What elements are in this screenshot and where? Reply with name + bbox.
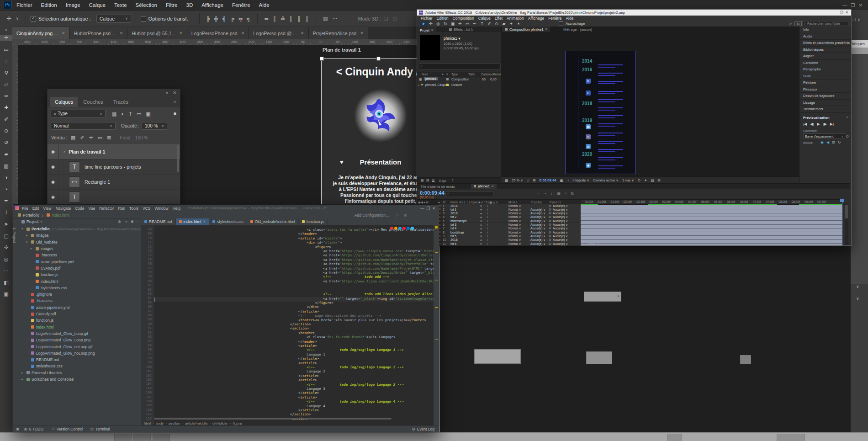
tree-row[interactable]: LogoAnimated_Glow_noLoop.png — [19, 350, 141, 356]
loop-icon[interactable]: ↻ — [838, 140, 841, 144]
render-queue-tab[interactable]: File d'attente de rendu — [421, 185, 455, 189]
new-composition-icon[interactable]: ⬓ — [432, 179, 435, 182]
track-matte-select[interactable]: Aucun(e) ∨ — [530, 212, 545, 215]
minimize-icon[interactable]: — — [420, 206, 424, 211]
locate-icon[interactable]: ⊕ — [117, 219, 121, 224]
parent-select[interactable]: Aucun(e) ∨ — [553, 238, 568, 242]
shape-tool-icon[interactable]: ▢ — [0, 233, 12, 239]
lock-transparency-icon[interactable]: ▦ — [71, 135, 75, 141]
zoom-in-icon[interactable]: ▲ — [597, 242, 600, 245]
collapse-toolbar-icon[interactable]: » — [0, 27, 12, 32]
track-matte-select[interactable]: Aucun(e) ∨ — [530, 219, 545, 223]
dock-panel-peinture[interactable]: Peinture — [799, 80, 851, 86]
parent-select[interactable]: Aucun(e) ∨ — [553, 234, 568, 238]
snapshot-icon[interactable]: ▣ — [560, 178, 563, 182]
delete-icon[interactable]: ▯ — [452, 179, 454, 182]
timeline-icon[interactable]: ▤ — [651, 178, 654, 182]
layers-panel-tab-tracés[interactable]: Tracés — [109, 97, 133, 107]
distribute-icon-0[interactable]: ═ — [265, 16, 268, 21]
more-options-icon[interactable]: ⋯ — [333, 16, 338, 21]
chevron-down-icon[interactable]: ▾ — [40, 220, 42, 223]
mask-icon[interactable]: ⊞ — [533, 178, 536, 182]
align-icon-0[interactable]: ╠ — [206, 16, 210, 21]
ae-menu-composition[interactable]: Composition — [453, 16, 474, 21]
filter-shape-icon[interactable]: ▭ — [137, 111, 141, 117]
gradient-tool-icon[interactable]: ▥ — [0, 163, 12, 169]
help-search-input[interactable]: ⌕Rechercher dans l'aide — [802, 21, 848, 26]
hide-shy-layers-icon[interactable]: ♁ — [550, 191, 553, 196]
zoom-tool-icon[interactable]: ◎ — [0, 256, 12, 262]
grid-icon[interactable]: ▱ — [527, 178, 529, 182]
event-log-button[interactable]: ⊙Event Log — [412, 427, 434, 431]
edge-icon[interactable] — [407, 227, 410, 230]
interpret-footage-icon[interactable]: ▦ — [421, 179, 424, 182]
tree-row[interactable]: ▸images — [19, 232, 141, 239]
audio-include-icon[interactable]: ◀ — [826, 140, 829, 144]
selection-handle[interactable] — [320, 57, 324, 61]
ae-menu-fenêtre[interactable]: Fenêtre — [548, 16, 561, 21]
ellipsis-icon[interactable]: ⋯ — [0, 268, 12, 274]
dock-panel-audio[interactable]: Audio — [799, 33, 851, 40]
clone-stamp-tool-icon[interactable]: ⊙ — [0, 128, 12, 134]
parent-select[interactable]: Aucun(e) ∨ — [553, 231, 568, 234]
column-mode[interactable]: Mode — [508, 201, 518, 204]
pixel-aspect-icon[interactable]: ⊙ — [638, 178, 640, 182]
panel-menu-icon[interactable]: ≡ — [545, 27, 548, 32]
visibility-eye-icon[interactable]: ◉ — [48, 189, 59, 204]
current-time-indicator[interactable] — [842, 199, 842, 245]
tree-row[interactable]: ▾Portefolio C:\Users\andyq\OneDrive - If… — [19, 226, 141, 232]
menu-sélection[interactable]: Sélection — [136, 2, 157, 8]
horizontal-scrollbar[interactable] — [154, 418, 392, 420]
visibility-eye-icon[interactable]: ◉ — [48, 174, 59, 189]
metrage-tab[interactable]: Métrage : (aucun) — [563, 27, 592, 32]
parent-select[interactable]: Aucun(e) ∨ — [553, 204, 568, 208]
frame-blending-icon[interactable]: ▦ — [557, 191, 561, 196]
reset-icon[interactable]: ↺ — [846, 134, 849, 138]
overlays-include-icon[interactable]: ⊡ — [832, 140, 835, 144]
close-icon[interactable]: ✕ — [301, 31, 304, 36]
resolution-select[interactable]: Intégrale ∨ — [572, 178, 589, 182]
eraser-tool-icon[interactable]: ▰ — [0, 151, 12, 157]
parent-select[interactable]: Aucun(e) ∨ — [553, 208, 568, 212]
tree-row[interactable]: azure-pipelines.yml — [19, 304, 141, 311]
parent-select[interactable]: Aucun(e) ∨ — [553, 215, 568, 219]
view-layout-select[interactable]: 1 vue ∨ — [622, 178, 634, 182]
selection-tool-icon[interactable]: ➤ — [420, 21, 427, 26]
parent-pickwhip-icon[interactable]: @ — [549, 212, 551, 214]
libraries-panel-tab[interactable]: thèques — [851, 40, 868, 48]
close-icon[interactable]: ✕ — [62, 31, 65, 36]
dock-panel-biblioth-ques[interactable]: Bibliothèques — [799, 47, 851, 53]
channels-icon[interactable]: ◔ — [567, 178, 569, 182]
tree-expand-icon[interactable]: ▾ — [26, 240, 30, 244]
brush-tool-icon[interactable]: ✐ — [486, 21, 493, 26]
cc-badge-icon[interactable]: St — [794, 21, 802, 26]
chevron-down-icon[interactable]: ∨ — [856, 284, 859, 289]
tree-row[interactable]: index.html — [19, 324, 141, 330]
tree-row[interactable]: fonction.js — [19, 317, 141, 324]
play-icon[interactable]: ▶ — [817, 122, 820, 126]
status-terminal[interactable]: ▤Terminal — [90, 427, 110, 431]
mode-select[interactable]: Normal ∨ — [508, 215, 521, 219]
column-nom-des-calques[interactable]: Nom des calques — [450, 201, 480, 204]
layer-row[interactable]: ◉›Plan de travail 1 — [48, 144, 180, 159]
camera-tool-icon[interactable]: ▣ — [449, 21, 456, 26]
visibility-eye-icon[interactable]: ◉ — [48, 159, 59, 174]
lock-all-icon[interactable]: ⊠ — [107, 135, 111, 141]
close-icon[interactable]: ✕ — [241, 31, 245, 36]
pst-menu-vcs[interactable]: VCS — [143, 206, 150, 211]
timeline-zoom-slider[interactable]: ⌄○───▲ — [582, 241, 600, 245]
pst-menu-code[interactable]: Code — [75, 206, 84, 211]
shortcut-select[interactable]: Barre d'espacement∨ — [803, 133, 845, 139]
project-search-input[interactable]: ⌕ — [419, 64, 501, 69]
taskbar-button[interactable] — [667, 434, 682, 441]
pst-menu-refactor[interactable]: Refactor — [99, 206, 114, 211]
menu-fenêtre[interactable]: Fenêtre — [232, 2, 250, 8]
pst-menu-file[interactable]: File — [22, 206, 28, 211]
navbar-project-crumb[interactable]: Portefolio — [23, 213, 39, 218]
menu-edition[interactable]: Edition — [41, 2, 57, 8]
close-icon[interactable]: ✕ — [360, 31, 364, 36]
close-icon[interactable]: ✕ — [859, 3, 863, 8]
chrome-icon[interactable] — [390, 227, 393, 230]
crop-tool-icon[interactable]: ▱ — [0, 81, 12, 87]
taskbar-button[interactable] — [153, 434, 170, 441]
